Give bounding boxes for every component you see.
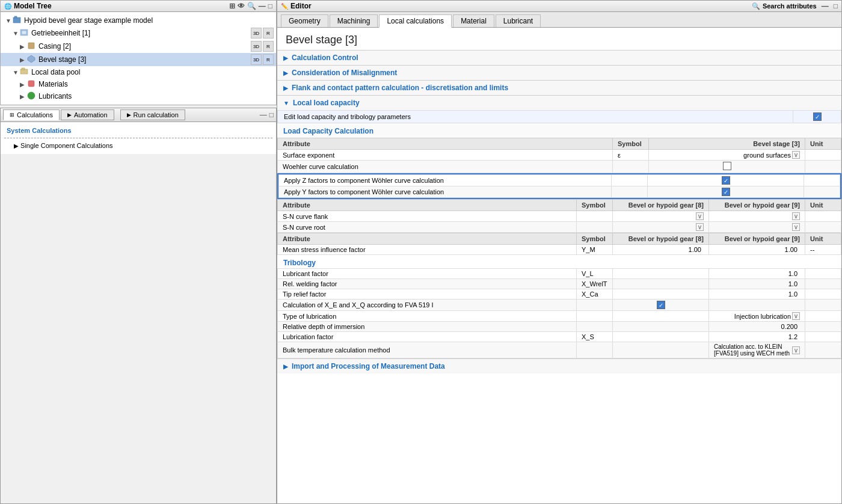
system-calculations-label[interactable]: System Calculations — [4, 126, 272, 135]
calc-control-label: Calculation Control — [292, 54, 358, 62]
woehler-symbol — [613, 161, 649, 173]
search-icon: 🔍 — [752, 2, 760, 10]
apply-z-value: ✓ — [648, 175, 804, 186]
woehler-attr: Woehler curve calculation — [278, 161, 613, 173]
casing-btn-1[interactable]: 3D — [251, 41, 262, 52]
accordion-calc-control-header[interactable]: ▶ Calculation Control — [277, 51, 841, 65]
tab-local-calculations[interactable]: Local calculations — [379, 14, 452, 28]
editor-tabs: Geometry Machining Local calculations Ma… — [277, 12, 841, 28]
sn-flank-8-dropdown[interactable]: v — [696, 212, 704, 220]
sn-root-attr: S-N curve root — [278, 222, 577, 233]
lub-type-sym — [577, 311, 613, 322]
editor-minimize-icon[interactable]: — — [822, 2, 829, 10]
bulk-temp-9: Calculation acc. to KLEIN [FVA519] using… — [709, 342, 805, 358]
flank-arrow: ▶ — [283, 85, 288, 91]
t3-col-gear9: Bevel or hypoid gear [9] — [709, 233, 805, 245]
copy-icon[interactable]: ⊞ — [229, 2, 235, 10]
casing-btn-2[interactable]: R — [263, 41, 274, 52]
single-comp-label: Single Component Calculations — [20, 142, 112, 149]
tree-item-materials[interactable]: ▶ Materials — [1, 78, 276, 90]
sn-root-9-dropdown[interactable]: v — [792, 223, 800, 231]
tab-material[interactable]: Material — [453, 14, 494, 27]
minimize-icon[interactable]: — — [259, 2, 266, 10]
single-component-calc[interactable]: ▶ Single Component Calculations — [4, 141, 272, 150]
accordion-import-header[interactable]: ▶ Import and Processing of Measurement D… — [277, 359, 841, 373]
bevel-btn-2[interactable]: R — [263, 54, 274, 65]
misalign-arrow: ▶ — [283, 70, 288, 76]
mean-stress-9: 1.00 — [709, 245, 805, 255]
local-load-arrow: ▼ — [283, 100, 289, 106]
search-area[interactable]: 🔍 Search attributes — [752, 2, 817, 10]
tab-geometry[interactable]: Geometry — [281, 14, 328, 27]
t2-col-attr: Attribute — [278, 200, 577, 211]
tree-item-local-data-pool[interactable]: ▼ Local data pool — [1, 66, 276, 78]
apply-y-checkbox[interactable]: ✓ — [722, 188, 730, 196]
tree-item-bevel-stage[interactable]: ▶ Bevel stage [3] 3D R — [1, 53, 276, 66]
col-bevel-stage: Bevel stage [3] — [649, 138, 805, 150]
table-2: Attribute Symbol Bevel or hypoid gear [8… — [277, 199, 841, 233]
woehler-checkbox[interactable] — [723, 162, 731, 170]
tip-relief-attr: Tip relief factor — [278, 289, 577, 300]
editor-maximize-icon[interactable]: □ — [834, 2, 838, 10]
svg-marker-5 — [28, 55, 35, 63]
lub-factor-sym: V_L — [577, 269, 613, 279]
bulk-temp-8 — [613, 342, 709, 358]
t3-col-unit: Unit — [805, 233, 841, 245]
sn-flank-9-dropdown[interactable]: v — [792, 212, 800, 220]
surface-exp-dropdown[interactable]: v — [792, 151, 800, 159]
tip-relief-sym: X_Ca — [577, 289, 613, 300]
tab-automation[interactable]: ▶ Automation — [61, 109, 114, 120]
tree-item-casing[interactable]: ▶ Casing [2] 3D R — [1, 40, 276, 53]
table-3: Attribute Symbol Bevel or hypoid gear [8… — [277, 233, 841, 255]
page-title: Bevel stage [3] — [277, 28, 841, 50]
materials-icon — [27, 79, 37, 89]
sn-flank-sym — [577, 211, 613, 222]
action-btn-1[interactable]: 3D — [251, 28, 262, 38]
calc-control-arrow: ▶ — [283, 55, 288, 61]
sn-root-8-dropdown[interactable]: v — [696, 223, 704, 231]
run-calculation-button[interactable]: ▶ Run calculation — [120, 109, 185, 120]
apply-z-checkbox[interactable]: ✓ — [722, 176, 730, 185]
row-depth-immersion: Relative depth of immersion 0.200 — [278, 322, 841, 332]
tree-item-lubricants[interactable]: ▶ Lubricants — [1, 90, 276, 102]
tab-lubricant[interactable]: Lubricant — [496, 14, 541, 27]
load-capacity-title: Load Capacity Calculation — [277, 123, 841, 138]
tree-root[interactable]: ▼ Hypoid bevel gear stage example model — [1, 14, 276, 26]
calc-minimize-icon[interactable]: — — [260, 111, 267, 119]
t3-col-attr: Attribute — [278, 233, 577, 245]
calc-maximize-icon[interactable]: □ — [269, 111, 274, 119]
import-arrow: ▶ — [283, 363, 288, 370]
import-label: Import and Processing of Measurement Dat… — [292, 362, 445, 370]
maximize-icon[interactable]: □ — [268, 2, 272, 10]
t2-col-gear8: Bevel or hypoid gear [8] — [613, 200, 709, 211]
tree-item-getriebeeinheit[interactable]: ▼ Getriebeeinheit [1] 3D R — [1, 26, 276, 40]
tab-calculations[interactable]: ⊞ Calculations — [3, 109, 60, 120]
accordion-misalignment-header[interactable]: ▶ Consideration of Misalignment — [277, 66, 841, 80]
depth-attr: Relative depth of immersion — [278, 322, 577, 332]
search-icon[interactable]: 🔍 — [247, 2, 256, 10]
calc-tabs: ⊞ Calculations ▶ Automation ▶ Run calcul… — [1, 108, 276, 122]
action-btn-2[interactable]: R — [263, 28, 274, 38]
accordion-calc-control: ▶ Calculation Control — [277, 50, 841, 65]
lub-xs-9: 1.2 — [709, 332, 805, 342]
sn-root-sym — [577, 222, 613, 233]
bulk-temp-dropdown[interactable]: v — [792, 346, 800, 354]
bulk-temp-unit — [805, 342, 841, 358]
root-label: Hypoid bevel gear stage example model — [24, 16, 153, 25]
surface-exp-value: ground surfaces v — [649, 150, 805, 161]
materials-arrow: ▶ — [20, 81, 27, 88]
accordion-flank-header[interactable]: ▶ Flank and contact pattern calculation … — [277, 81, 841, 95]
lub-xs-unit — [805, 332, 841, 342]
eye-icon[interactable]: 👁 — [238, 2, 245, 10]
tab-calculations-label: Calculations — [17, 111, 53, 118]
edit-load-checkbox[interactable]: ✓ — [813, 112, 822, 121]
tab-machining[interactable]: Machining — [330, 14, 378, 27]
apply-y-value: ✓ — [648, 186, 804, 198]
bevel-btn-1[interactable]: 3D — [251, 54, 262, 65]
lubricants-label: Lubricants — [38, 92, 72, 100]
apply-y-symbol — [612, 186, 648, 198]
fva519-checkbox[interactable]: ✓ — [657, 301, 665, 309]
accordion-local-load-header[interactable]: ▼ Local load capacity — [277, 96, 841, 110]
lub-type-dropdown[interactable]: v — [792, 312, 800, 320]
editor-title: Editor — [290, 2, 312, 10]
